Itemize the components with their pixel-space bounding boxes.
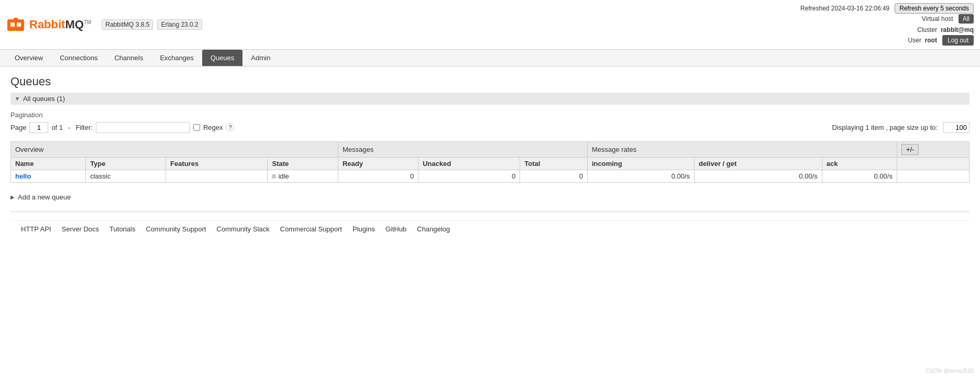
virtual-host-label: Virtual host	[922, 15, 953, 23]
nav-channels[interactable]: Channels	[106, 50, 151, 66]
col-ready: Ready	[338, 157, 418, 170]
nav-queues[interactable]: Queues	[202, 50, 243, 66]
refresh-button[interactable]: Refresh every 5 seconds	[895, 3, 974, 14]
col-state: State	[268, 157, 338, 170]
rabbitmq-logo-icon	[6, 15, 25, 34]
footer-link[interactable]: Community Slack	[216, 225, 269, 233]
col-ack: ack	[822, 157, 897, 170]
add-queue-triangle-icon: ▶	[10, 194, 15, 200]
pagination-title: Pagination	[10, 111, 970, 119]
erlang-version: Erlang 23.0.2	[157, 19, 202, 30]
group-overview-header: Overview	[11, 141, 338, 157]
main-content: Queues ▼ All queues (1) Pagination Page …	[0, 66, 980, 246]
logo-area: RabbitMQTM RabbitMQ 3.8.5 Erlang 23.0.2	[6, 15, 800, 34]
col-deliver-get: deliver / get	[695, 157, 822, 170]
footer-link[interactable]: Server Docs	[62, 225, 100, 233]
nav-exchanges[interactable]: Exchanges	[151, 50, 202, 66]
svg-rect-2	[17, 23, 21, 27]
cell-incoming: 0.00/s	[587, 170, 694, 183]
pagination-area: Page of 1 - Filter: Regex ? Displaying 1…	[10, 122, 970, 133]
rabbitmq-version: RabbitMQ 3.8.5	[102, 19, 153, 30]
plus-minus-button[interactable]: +/-	[901, 144, 919, 155]
virtual-host-button[interactable]: All	[959, 14, 974, 24]
add-queue-section[interactable]: ▶ Add a new queue	[10, 191, 970, 203]
table-row: hello classic idle 0 0 0 0.00/s 0.00/s 0…	[11, 170, 970, 183]
page-title: Queues	[10, 75, 970, 88]
group-message-rates-header: Message rates	[587, 141, 897, 157]
footer: HTTP APIServer DocsTutorialsCommunity Su…	[10, 220, 970, 237]
queues-table: Overview Messages Message rates +/- Name…	[10, 141, 970, 183]
cell-name: hello	[11, 170, 86, 183]
displaying-text: Displaying 1 item , page size up to:	[832, 124, 938, 131]
nav-bar: Overview Connections Channels Exchanges …	[0, 50, 980, 66]
state-dot-icon	[272, 174, 276, 179]
top-bar: RabbitMQTM RabbitMQ 3.8.5 Erlang 23.0.2 …	[0, 0, 980, 50]
version-info: RabbitMQ 3.8.5 Erlang 23.0.2	[102, 19, 202, 30]
top-right-info: Refreshed 2024-03-16 22:06:49 Refresh ev…	[800, 3, 974, 46]
cell-state: idle	[268, 170, 338, 183]
refresh-timestamp: Refreshed 2024-03-16 22:06:49	[800, 5, 889, 12]
user-value: root	[925, 37, 937, 44]
filter-input[interactable]	[96, 122, 190, 133]
page-size-input[interactable]	[943, 122, 970, 133]
divider	[10, 212, 970, 212]
nav-connections[interactable]: Connections	[51, 50, 106, 66]
nav-overview[interactable]: Overview	[6, 50, 51, 66]
page-label: Page	[10, 124, 26, 131]
svg-rect-1	[10, 23, 15, 27]
filter-label: Filter:	[75, 124, 93, 131]
col-incoming: incoming	[587, 157, 694, 170]
nav-admin[interactable]: Admin	[243, 50, 279, 66]
group-messages-header: Messages	[338, 141, 587, 157]
footer-link[interactable]: Tutorials	[109, 225, 135, 233]
of-total-pages: of 1	[51, 124, 63, 131]
regex-checkbox[interactable]	[193, 124, 200, 131]
page-number-input[interactable]	[29, 122, 48, 133]
cell-features	[166, 170, 268, 183]
cell-deliver-get: 0.00/s	[695, 170, 822, 183]
cell-extra	[897, 170, 969, 183]
plus-minus-cell[interactable]: +/-	[897, 141, 969, 157]
col-extra	[897, 157, 969, 170]
filter-dash: -	[68, 124, 70, 131]
queue-name-link[interactable]: hello	[15, 172, 31, 180]
footer-link[interactable]: Community Support	[146, 225, 206, 233]
footer-link[interactable]: GitHub	[386, 225, 406, 233]
help-icon[interactable]: ?	[226, 123, 234, 131]
col-type: Type	[86, 157, 166, 170]
cell-ack: 0.00/s	[822, 170, 897, 183]
cell-ready: 0	[338, 170, 418, 183]
cell-total: 0	[520, 170, 588, 183]
collapse-triangle-icon: ▼	[15, 96, 20, 102]
col-unacked: Unacked	[418, 157, 520, 170]
logout-button[interactable]: Log out	[942, 35, 974, 46]
logo-rabbit-text: RabbitMQTM	[29, 18, 91, 31]
svg-rect-3	[14, 18, 18, 22]
cluster-label: Cluster	[917, 26, 937, 34]
cluster-value: rabbit@mq	[941, 26, 974, 34]
col-features: Features	[166, 157, 268, 170]
user-label: User	[908, 37, 921, 44]
footer-link[interactable]: Plugins	[353, 225, 375, 233]
add-queue-label: Add a new queue	[18, 193, 71, 201]
cell-type: classic	[86, 170, 166, 183]
cell-unacked: 0	[418, 170, 520, 183]
display-info: Displaying 1 item , page size up to:	[832, 122, 970, 133]
col-name: Name	[11, 157, 86, 170]
footer-link[interactable]: HTTP API	[21, 225, 51, 233]
footer-link[interactable]: Changelog	[417, 225, 450, 233]
col-total: Total	[520, 157, 588, 170]
all-queues-section-header[interactable]: ▼ All queues (1)	[10, 93, 970, 105]
footer-link[interactable]: Commercial Support	[280, 225, 343, 233]
regex-label: Regex	[203, 124, 223, 131]
section-header-label: All queues (1)	[23, 95, 65, 103]
